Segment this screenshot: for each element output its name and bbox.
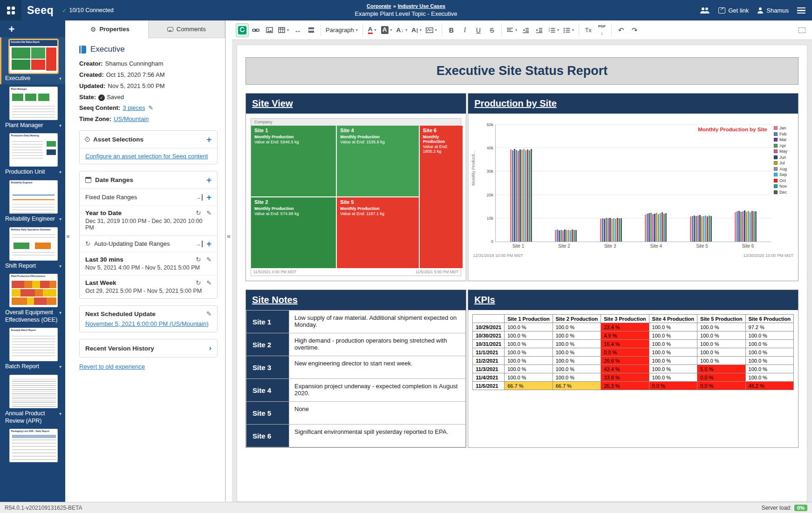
redo-button[interactable] <box>628 23 641 37</box>
configure-asset-selection-link[interactable]: Configure an asset selection for Seeq co… <box>85 153 208 160</box>
treemap-tile-site-1[interactable]: Site 1Monthly ProductionValue at End: 59… <box>251 126 336 196</box>
insert-image-button[interactable] <box>263 23 276 37</box>
production-header-link[interactable]: Production by Site <box>468 94 798 114</box>
chevron-down-icon[interactable]: ▾ <box>59 310 61 315</box>
treemap-tile-site-5[interactable]: Site 5Monthly ProductionValue at End: 11… <box>337 197 419 268</box>
highlight-color-button[interactable]: A <box>379 23 394 37</box>
add-date-range-button[interactable] <box>206 176 212 184</box>
chevron-down-icon[interactable]: ▾ <box>59 76 61 81</box>
insert-table-button[interactable] <box>276 23 291 37</box>
chevron-down-icon[interactable]: ▾ <box>59 123 61 128</box>
edit-icon[interactable] <box>148 104 153 111</box>
breadcrumb-child-link[interactable]: Industry Use Cases <box>398 3 445 9</box>
chevron-down-icon[interactable]: ▾ <box>59 364 61 369</box>
tab-comments[interactable]: Comments <box>149 20 225 38</box>
italic-button[interactable]: I <box>458 23 471 37</box>
kpis-header[interactable]: KPIs <box>468 290 798 310</box>
indent-button[interactable] <box>533 23 546 37</box>
topic-document[interactable]: Executive Site Status Report Site View C… <box>237 45 807 502</box>
app-grid-button[interactable] <box>0 0 21 20</box>
sidebar-document-production-unit[interactable]: Production Daily MeetingProduction Unit▾ <box>0 131 65 178</box>
edit-icon[interactable] <box>206 279 212 286</box>
page-title: Example Plant Level Topic - Executive <box>355 10 457 18</box>
strikethrough-button[interactable]: S <box>485 23 498 37</box>
document-thumbnail[interactable]: Packaging Line OEE - Daily Report <box>9 429 58 462</box>
collapse-properties-button[interactable] <box>227 232 231 240</box>
sidebar-document-packaging[interactable]: Packaging Line OEE - Daily Report <box>0 426 65 464</box>
underline-button[interactable]: U <box>472 23 485 37</box>
treemap-tile-site-2[interactable]: Site 2Monthly ProductionValue at End: 57… <box>251 197 336 268</box>
document-scroll-area[interactable]: Executive Site Status Report Site View C… <box>232 40 812 502</box>
insert-template-button[interactable] <box>424 23 439 37</box>
users-icon[interactable] <box>700 7 710 14</box>
page-break-button[interactable] <box>305 23 318 37</box>
site-view-header-link[interactable]: Site View <box>246 94 466 114</box>
sidebar-document-oee[interactable]: Plant Production EffectivenessOverall Eq… <box>0 271 65 325</box>
next-update-link[interactable]: November 5, 2021 6:00:00 PM (US/Mountain… <box>85 320 208 327</box>
fixed-width-toggle-button[interactable] <box>795 23 808 37</box>
chevron-down-icon[interactable]: ▾ <box>59 169 61 175</box>
seeq-content-link[interactable]: 3 pieces <box>123 104 145 111</box>
ordered-list-dropdown[interactable]: 12 <box>546 23 561 37</box>
outdent-button[interactable] <box>519 23 532 37</box>
edit-icon[interactable] <box>206 256 212 263</box>
line-spacing-button[interactable]: A| <box>409 23 423 37</box>
bullet-list-dropdown[interactable] <box>561 23 576 37</box>
timezone-link[interactable]: US/Mountain <box>114 115 149 122</box>
export-pdf-button[interactable]: PDF <box>595 23 608 37</box>
document-thumbnail[interactable] <box>9 375 58 408</box>
align-dropdown[interactable] <box>505 23 519 37</box>
hamburger-menu-icon[interactable] <box>797 7 805 14</box>
treemap-tile-site-4[interactable]: Site 4Monthly ProductionValue at End: 15… <box>337 126 419 196</box>
sidebar-document-executive[interactable]: Executive Site Status ReportExecutive▾ <box>0 37 65 84</box>
edit-icon[interactable] <box>206 310 212 317</box>
collapse-sidebar-button[interactable] <box>66 232 70 240</box>
add-fixed-range-button[interactable] <box>206 193 212 202</box>
horizontal-rule-button[interactable] <box>291 23 304 37</box>
document-thumbnail[interactable]: Plant Production Effectiveness <box>9 274 58 307</box>
step-to-end-icon[interactable] <box>196 194 203 201</box>
revert-old-experience-link[interactable]: Revert to old experience <box>79 363 145 370</box>
document-thumbnail[interactable]: Reliability Engineer <box>9 180 58 214</box>
chart-bar <box>753 211 755 242</box>
chevron-down-icon[interactable]: ▾ <box>59 411 61 416</box>
recent-version-history-button[interactable]: Recent Version History <box>79 339 218 358</box>
refresh-icon[interactable] <box>196 256 201 263</box>
step-to-end-icon[interactable] <box>196 241 203 247</box>
document-thumbnail[interactable]: Production Daily Meeting <box>9 133 58 167</box>
chevron-down-icon[interactable]: ▾ <box>59 216 61 222</box>
edit-icon[interactable] <box>206 209 212 216</box>
bold-button[interactable]: B <box>445 23 458 37</box>
refresh-icon[interactable] <box>196 209 201 216</box>
sidebar-document-shift-report[interactable]: Refinery Daily Operations SummaryShift R… <box>0 225 65 272</box>
insert-seeq-content-button[interactable] <box>236 23 249 37</box>
add-auto-range-button[interactable] <box>206 239 212 248</box>
add-asset-selection-button[interactable] <box>206 135 212 144</box>
font-size-button[interactable]: A↕ <box>395 23 409 37</box>
user-menu[interactable]: Shamus <box>757 7 789 14</box>
add-document-button[interactable]: + <box>5 22 19 36</box>
tab-properties[interactable]: Properties <box>72 20 149 38</box>
treemap-tile-site-6[interactable]: Site 6Monthly ProductionValue at End: 18… <box>420 126 463 268</box>
refresh-icon[interactable] <box>196 279 201 286</box>
font-color-button[interactable]: A <box>366 23 379 37</box>
sidebar-document-plant-manager[interactable]: Plant ManagerPlant Manager▾ <box>0 84 65 131</box>
undo-button[interactable] <box>614 23 628 37</box>
document-thumbnail[interactable]: Plant Manager <box>9 87 58 120</box>
document-thumbnail[interactable]: Refinery Daily Operations Summary <box>9 227 58 261</box>
paragraph-style-dropdown[interactable]: Paragraph <box>324 23 360 37</box>
site-notes-header[interactable]: Site Notes <box>246 290 466 310</box>
italic-icon: I <box>464 27 466 34</box>
document-thumbnail[interactable]: Example Batch Report <box>9 328 58 361</box>
document-thumbnail[interactable]: Executive Site Status Report <box>9 40 58 73</box>
clear-formatting-button[interactable]: Tx <box>582 23 595 37</box>
sidebar-document-batch-report[interactable]: Example Batch ReportBatch Report▾ <box>0 325 65 372</box>
kpi-value-cell: 100.0 % <box>745 365 793 373</box>
get-link-button[interactable]: Get link <box>718 7 749 14</box>
breadcrumb-parent-link[interactable]: Corporate <box>367 3 391 9</box>
chart-bar <box>742 211 744 242</box>
sidebar-document-apr[interactable]: Annual Product Review (APR)▾ <box>0 372 65 426</box>
sidebar-document-reliability-engineer[interactable]: Reliability EngineerReliability Engineer… <box>0 178 65 225</box>
insert-link-button[interactable] <box>249 23 262 37</box>
chevron-down-icon[interactable]: ▾ <box>59 263 61 269</box>
